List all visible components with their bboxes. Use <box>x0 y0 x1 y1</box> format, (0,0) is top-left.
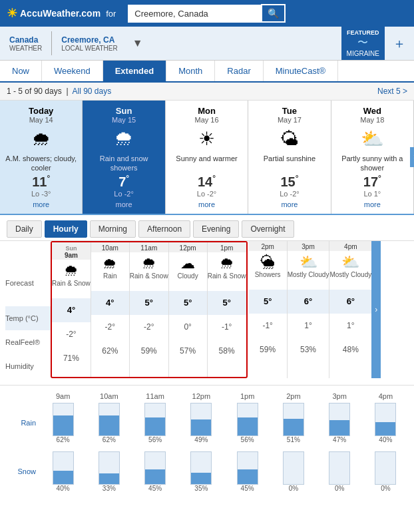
hour-icon: ☁ <box>169 255 207 272</box>
tab-extended[interactable]: Extended <box>103 61 167 81</box>
hour-desc: Mostly Cloudy <box>329 271 371 290</box>
hour-temp: 6° <box>329 290 371 314</box>
all-days-link[interactable]: All 90 days <box>73 87 112 96</box>
nav1-location[interactable]: Creemore, CA LOCAL WEATHER <box>52 30 126 57</box>
tab-hourly[interactable]: Hourly <box>45 220 87 238</box>
hour-hum: 59% <box>130 339 168 363</box>
hour-col-12pm: 12pm ☁ Cloudy 5° 0° 57% <box>169 242 208 377</box>
search-input[interactable] <box>128 5 261 23</box>
weather-card-tue[interactable]: Tue May 17 🌤 Partial sunshine 15° Lo -2°… <box>248 101 331 214</box>
hour-icon: ⛅ <box>288 254 329 271</box>
sun-icon: ☀ <box>7 6 17 21</box>
realfeel-label: RealFeel® <box>5 330 51 354</box>
date: May 17 <box>251 116 327 124</box>
tab-overnight[interactable]: Overnight <box>242 220 294 238</box>
card-next-chevron[interactable]: › <box>410 147 414 167</box>
hour-feel: -1° <box>249 314 287 338</box>
hour-col-2pm: 2pm 🌦 Showers 5° -1° 59% <box>249 241 288 378</box>
snow-col-4: 45% <box>224 451 270 492</box>
hour-hum: 62% <box>91 339 129 363</box>
humidity-label: Humidity <box>5 354 51 378</box>
hour-icon: 🌧 <box>91 255 129 272</box>
weather-card-today[interactable]: Today May 14 🌧 A.M. showers; cloudy, coo… <box>0 101 83 214</box>
chart-header-11am: 11am <box>132 392 178 400</box>
tab-now[interactable]: Now <box>0 61 42 81</box>
tab-radar[interactable]: Radar <box>215 61 263 81</box>
snow-pct-2: 45% <box>148 485 162 492</box>
more-link[interactable]: more <box>168 200 245 208</box>
temp-label: Temp (°C) <box>5 306 51 330</box>
hour-hum: 48% <box>329 338 371 362</box>
rain-bar-0 <box>53 415 73 435</box>
hour-header-1pm: 1pm <box>208 242 246 252</box>
hour-header-4pm: 4pm <box>329 241 371 251</box>
hour-temp: 4° <box>52 298 91 322</box>
more-link[interactable]: more <box>334 200 411 208</box>
date: May 18 <box>334 116 411 124</box>
snow-col-6: 0% <box>317 451 363 492</box>
tab-evening[interactable]: Evening <box>193 220 239 238</box>
snow-col-5: 0% <box>270 451 316 492</box>
rain-pct-4: 56% <box>241 436 254 443</box>
weather-card-sun[interactable]: Sun May 15 🌨 Rain and snow showers 7° Lo… <box>83 101 165 214</box>
hour-col-3pm: 3pm ⛅ Mostly Cloudy 6° 1° 53% <box>288 241 330 378</box>
rain-pct-2: 56% <box>148 436 162 443</box>
snow-bar-1 <box>99 473 119 484</box>
tab-daily[interactable]: Daily <box>7 220 42 238</box>
hourly-scroll-btn[interactable]: › <box>371 241 381 378</box>
hour-hum: 53% <box>288 338 329 362</box>
outside-hours: 2pm 🌦 Showers 5° -1° 59% 3pm ⛅ Mostly Cl… <box>249 241 372 378</box>
rain-col-1: 62% <box>86 403 132 443</box>
nav1-canada[interactable]: Canada WEATHER <box>0 30 51 57</box>
temp-high: 15 <box>280 174 295 189</box>
rain-bar-1 <box>99 415 119 435</box>
next-days-link[interactable]: Next 5 > <box>377 87 407 96</box>
tab-morning[interactable]: Morning <box>90 220 136 238</box>
hour-temp: 5° <box>208 291 246 315</box>
day-name: Tue <box>251 106 327 116</box>
more-link[interactable]: more <box>85 200 162 208</box>
chart-header-3pm: 3pm <box>317 392 363 400</box>
rain-col-2: 56% <box>132 403 178 443</box>
chart-header-row: 9am 10am 11am 12pm 1pm 2pm 3pm 4pm <box>5 392 409 400</box>
hour-col-9am: Sun9am 🌨 Rain & Snow 4° -2° 71% <box>52 242 91 377</box>
search-bar: 🔍 <box>128 4 286 23</box>
tab-afternoon[interactable]: Afternoon <box>138 220 190 238</box>
search-button[interactable]: 🔍 <box>261 4 286 23</box>
tab-minutecast[interactable]: MinuteCast® <box>264 61 338 81</box>
location-label: Creemore, CA <box>61 35 114 45</box>
day-prefix: Sun <box>65 245 77 252</box>
rain-bar-2 <box>145 417 165 435</box>
snow-pct-4: 45% <box>241 485 254 492</box>
hour-header-9am: Sun9am <box>52 242 91 260</box>
for-label: for <box>106 9 116 19</box>
date: May 16 <box>168 116 245 124</box>
weather-icon: 🌤 <box>251 128 327 150</box>
hour-feel: 1° <box>288 314 329 338</box>
tab-month[interactable]: Month <box>166 61 215 81</box>
snow-pct-5: 0% <box>289 485 298 492</box>
tab-weekend[interactable]: Weekend <box>42 61 103 81</box>
weather-card-wed[interactable]: Wed May 18 ⛅ Partly sunny with a shower … <box>331 101 414 214</box>
forecast-label: Forecast <box>5 260 51 306</box>
description: Rain and snow showers <box>85 154 162 174</box>
hour-icon: ⛅ <box>329 254 371 271</box>
canada-sub: WEATHER <box>9 45 42 52</box>
hour-col-1pm: 1pm 🌨 Rain & Snow 5° -1° 58% <box>208 242 246 377</box>
more-link[interactable]: more <box>251 200 327 208</box>
chart-header-12pm: 12pm <box>178 392 224 400</box>
add-tab-button[interactable]: ＋ <box>385 35 414 53</box>
hour-desc: Rain & Snow <box>208 272 246 291</box>
snow-chart-row: Snow 40% 33% 45% <box>5 451 409 492</box>
snow-label: Snow <box>5 467 40 475</box>
hourly-cols-container: Sun9am 🌨 Rain & Snow 4° -2° 71% 10am 🌧 R… <box>51 241 409 378</box>
location-dropdown[interactable]: ▼ <box>127 37 148 49</box>
rain-col-5: 51% <box>270 403 316 443</box>
hour-feel: -1° <box>208 315 246 339</box>
hour-header-2pm: 2pm <box>249 241 287 251</box>
weather-icon: ☀ <box>168 128 245 150</box>
hour-temp: 4° <box>91 291 129 315</box>
hour-feel: -2° <box>52 322 91 346</box>
weather-card-mon[interactable]: Mon May 16 ☀ Sunny and warmer 14° Lo -2°… <box>166 101 248 214</box>
more-link[interactable]: more <box>3 200 79 208</box>
